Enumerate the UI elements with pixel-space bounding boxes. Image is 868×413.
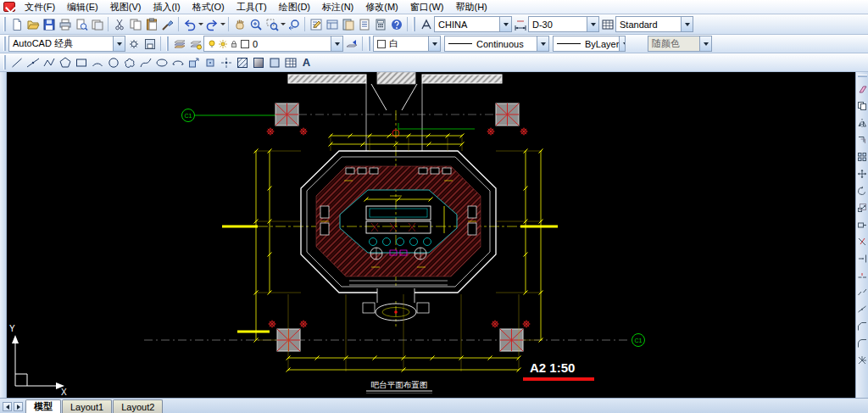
lineweight-dropdown-arrow[interactable]	[619, 36, 626, 51]
zoom-realtime-button[interactable]	[248, 16, 264, 32]
properties-button[interactable]	[308, 16, 324, 32]
color-combo[interactable]: 白	[373, 36, 441, 52]
menu-file[interactable]: 文件(F)	[19, 0, 61, 14]
menu-edit[interactable]: 编辑(E)	[61, 0, 104, 14]
toolbar-grip[interactable]	[3, 55, 6, 70]
ellipse-button[interactable]	[153, 54, 170, 70]
linetype-combo[interactable]: Continuous	[444, 36, 549, 52]
ellipse-arc-button[interactable]	[170, 54, 186, 70]
menu-modify[interactable]: 修改(M)	[359, 0, 404, 14]
offset-button[interactable]	[857, 134, 868, 145]
tab-layout1[interactable]: Layout1	[62, 399, 112, 413]
open-button[interactable]	[25, 16, 41, 32]
break-button[interactable]	[857, 287, 868, 298]
pan-button[interactable]	[231, 16, 248, 32]
dim-style-dropdown-arrow[interactable]	[587, 17, 598, 31]
text-style-combo[interactable]: CHINA	[434, 16, 512, 32]
new-button[interactable]	[8, 16, 25, 32]
toolbar-grip[interactable]	[3, 17, 6, 31]
cut-button[interactable]	[111, 16, 127, 32]
insert-block-button[interactable]	[186, 54, 202, 70]
dim-style-button[interactable]	[512, 16, 528, 32]
zoom-window-button[interactable]	[264, 16, 280, 32]
menu-help[interactable]: 帮助(H)	[450, 0, 493, 14]
undo-button[interactable]	[181, 16, 198, 32]
menu-tools[interactable]: 工具(T)	[231, 0, 273, 14]
tool-palettes-button[interactable]	[340, 16, 356, 32]
text-style-button[interactable]	[418, 16, 434, 32]
menu-insert[interactable]: 插入(I)	[147, 0, 186, 14]
layer-color-swatch[interactable]	[241, 40, 249, 48]
workspace-settings-button[interactable]	[125, 36, 142, 52]
linetype-dropdown-arrow[interactable]	[537, 36, 548, 51]
polyline-button[interactable]	[41, 54, 57, 70]
layer-previous-button[interactable]	[343, 36, 359, 52]
designcenter-button[interactable]	[324, 16, 340, 32]
layer-on-bulb-icon[interactable]	[208, 40, 216, 48]
break-point-button[interactable]	[857, 270, 868, 281]
drawing-title[interactable]: 吧台平面布置图	[366, 380, 432, 393]
drawing-canvas[interactable]: C1 C1	[7, 72, 855, 398]
toolbar-grip[interactable]	[3, 36, 6, 51]
table-button[interactable]	[282, 54, 298, 70]
menu-draw[interactable]: 绘图(D)	[273, 0, 316, 14]
mirror-button[interactable]	[857, 117, 868, 128]
revision-cloud-button[interactable]	[121, 54, 137, 70]
copy-button[interactable]	[857, 100, 868, 111]
quickcalc-button[interactable]	[372, 16, 388, 32]
move-button[interactable]	[857, 168, 868, 179]
redo-dropdown-arrow[interactable]	[220, 16, 225, 32]
scale-button[interactable]	[857, 202, 868, 213]
arc-button[interactable]	[89, 54, 105, 70]
join-button[interactable]	[857, 304, 868, 315]
copy-clip-button[interactable]	[127, 16, 143, 32]
menu-view[interactable]: 视图(V)	[104, 0, 147, 14]
color-dropdown-arrow[interactable]	[428, 36, 440, 51]
zoom-previous-button[interactable]	[286, 16, 302, 32]
layer-freeze-sun-icon[interactable]	[219, 40, 227, 48]
text-style-dropdown-arrow[interactable]	[499, 17, 511, 31]
redo-button[interactable]	[203, 16, 220, 32]
construction-line-button[interactable]	[25, 54, 41, 70]
canvas-background[interactable]	[7, 72, 855, 398]
layer-dropdown-arrow[interactable]	[331, 36, 342, 51]
gradient-button[interactable]	[250, 54, 266, 70]
line-button[interactable]	[8, 54, 25, 70]
stretch-button[interactable]	[857, 219, 868, 230]
tab-model[interactable]: 模型	[25, 399, 61, 413]
layer-combo[interactable]: 0	[203, 36, 343, 52]
layer-properties-button[interactable]	[171, 36, 187, 52]
point-button[interactable]	[218, 54, 234, 70]
tab-scroll-left-button[interactable]	[3, 402, 12, 411]
save-button[interactable]	[41, 16, 57, 32]
table-style-button[interactable]	[599, 16, 615, 32]
workspace-combo[interactable]: AutoCAD 经典	[8, 36, 125, 52]
dim-style-combo[interactable]: D-30	[528, 16, 599, 32]
menu-window[interactable]: 窗口(W)	[404, 0, 450, 14]
menu-format[interactable]: 格式(O)	[186, 0, 231, 14]
publish-button[interactable]	[89, 16, 105, 32]
menu-dimension[interactable]: 标注(N)	[316, 0, 359, 14]
app-logo-icon[interactable]	[3, 2, 15, 12]
layer-lock-icon[interactable]	[230, 40, 238, 48]
zoom-dropdown-arrow[interactable]	[280, 16, 286, 32]
make-block-button[interactable]	[202, 54, 218, 70]
undo-dropdown-arrow[interactable]	[198, 16, 203, 32]
erase-button[interactable]	[857, 83, 868, 94]
match-properties-button[interactable]	[159, 16, 175, 32]
explode-button[interactable]	[857, 354, 868, 366]
toolbar-grip[interactable]	[413, 17, 415, 31]
toolbar-grip[interactable]	[166, 36, 169, 51]
tab-scroll-right-button[interactable]	[14, 402, 23, 411]
rotate-button[interactable]	[857, 185, 868, 196]
mtext-button[interactable]: A	[298, 54, 314, 70]
lineweight-combo[interactable]: ByLayer	[553, 36, 626, 52]
workspace-save-button[interactable]	[142, 36, 158, 52]
chamfer-button[interactable]	[857, 321, 868, 332]
hatch-button[interactable]	[234, 54, 250, 70]
layer-states-button[interactable]	[187, 36, 203, 52]
extend-button[interactable]	[857, 253, 868, 264]
sheetset-button[interactable]	[356, 16, 372, 32]
paste-button[interactable]	[143, 16, 159, 32]
plot-button[interactable]	[57, 16, 73, 32]
